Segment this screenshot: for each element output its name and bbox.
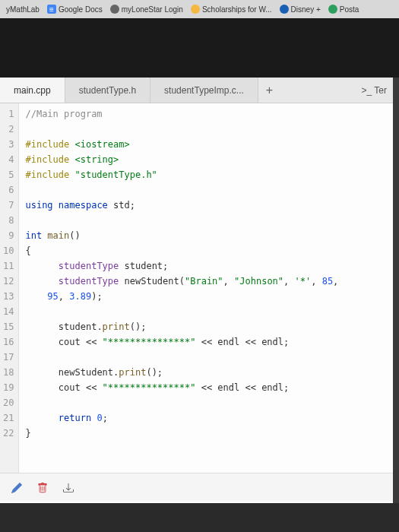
line-num: 15: [3, 319, 14, 334]
line-num: 1: [3, 106, 14, 122]
bookmark-lonestar[interactable]: myLoneStar Login: [107, 3, 186, 15]
pencil-icon: [11, 483, 22, 493]
bookmark-label: Google Docs: [59, 5, 103, 14]
line-num: 2: [3, 122, 14, 137]
bookmarks-bar: yMathLab ≡ Google Docs myLoneStar Login …: [0, 0, 399, 18]
line-num: 7: [3, 198, 14, 213]
docs-icon: ≡: [47, 5, 56, 14]
line-num: 17: [3, 350, 14, 365]
ide-container: main.cpp studentType.h studentTypeImp.c.…: [0, 78, 393, 503]
line-num: 12: [3, 274, 14, 289]
tab-label: studentTypeImp.c...: [164, 85, 244, 96]
code-content: //Main program #include <iostream>#inclu…: [19, 103, 344, 473]
bookmark-postal[interactable]: Posta: [325, 3, 363, 15]
code-editor[interactable]: 1 2 3 4 5 6 7 8 9 10 11 12 13 14 15 16 1…: [0, 103, 393, 473]
bookmark-label: Scholarships for W...: [202, 5, 272, 14]
right-panel-strip: [393, 78, 399, 503]
header-spacer: [0, 18, 399, 78]
globe-icon: [110, 5, 119, 14]
line-num: 19: [3, 380, 14, 395]
bookmark-label: Disney +: [291, 5, 321, 14]
line-num: 8: [3, 213, 14, 228]
line-num: 22: [3, 426, 14, 441]
delete-button[interactable]: [36, 482, 49, 494]
line-num: 4: [3, 152, 14, 167]
tab-label: studentType.h: [79, 85, 136, 96]
line-gutter: 1 2 3 4 5 6 7 8 9 10 11 12 13 14 15 16 1…: [0, 103, 19, 473]
bookmark-scholarships[interactable]: Scholarships for W...: [188, 3, 275, 15]
bookmark-label: Posta: [340, 5, 359, 14]
line-num: 5: [3, 167, 14, 182]
bookmark-label: myLoneStar Login: [122, 5, 183, 14]
line-num: 9: [3, 228, 14, 243]
bookmark-label: yMathLab: [6, 5, 40, 14]
tabs-row: main.cpp studentType.h studentTypeImp.c.…: [0, 78, 393, 103]
download-icon: [63, 483, 74, 493]
bookmark-googledocs[interactable]: ≡ Google Docs: [44, 3, 106, 15]
disney-icon: [280, 5, 289, 14]
trash-icon: [37, 483, 48, 493]
add-tab-button[interactable]: +: [258, 84, 280, 97]
bottom-toolbar: [0, 473, 393, 502]
line-num: 13: [3, 289, 14, 304]
line-num: 20: [3, 395, 14, 410]
tab-label: main.cpp: [14, 85, 51, 96]
line-num: 16: [3, 334, 14, 350]
info-icon: [191, 5, 200, 14]
line-num: 6: [3, 182, 14, 198]
mail-icon: [328, 5, 337, 14]
line-num: 18: [3, 365, 14, 380]
line-num: 10: [3, 243, 14, 258]
line-num: 21: [3, 410, 14, 426]
bookmark-mathlab[interactable]: yMathLab: [3, 4, 43, 15]
download-button[interactable]: [62, 482, 74, 494]
tab-studenttype-h[interactable]: studentType.h: [65, 78, 150, 103]
line-num: 14: [3, 304, 14, 319]
tab-main-cpp[interactable]: main.cpp: [0, 78, 65, 103]
terminal-button[interactable]: >_ Ter: [356, 85, 393, 96]
line-num: 11: [3, 258, 14, 274]
tab-studenttypeimp-c[interactable]: studentTypeImp.c...: [150, 78, 258, 103]
bookmark-disney[interactable]: Disney +: [277, 3, 324, 15]
edit-button[interactable]: [11, 482, 23, 494]
line-num: 3: [3, 137, 14, 152]
